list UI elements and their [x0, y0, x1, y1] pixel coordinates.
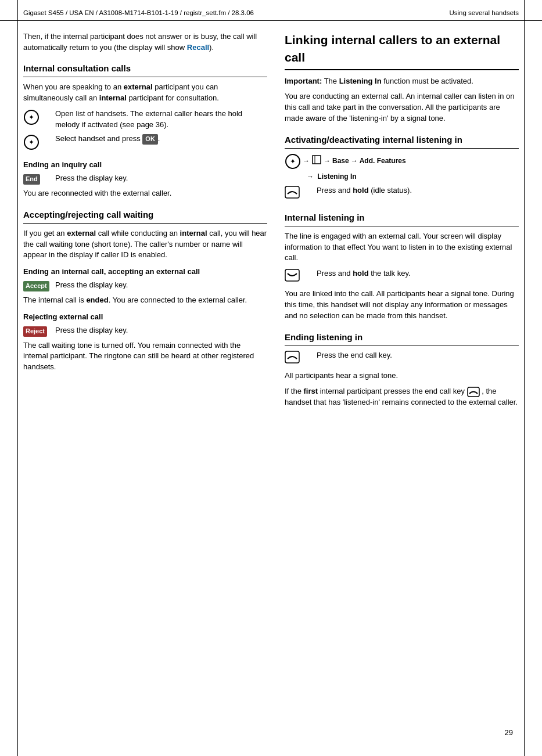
right-column: Linking internal callers to an external … — [285, 31, 519, 413]
icon-row-talk-key: Press and hold the talk key. — [285, 268, 519, 285]
end-listening-icon — [285, 351, 300, 363]
page-number: 29 — [505, 728, 513, 739]
icon-row-open-list: ✦ Open list of handsets. The external ca… — [23, 109, 267, 131]
main-heading: Linking internal callers to an external … — [285, 31, 519, 70]
page-header: Gigaset S455 / USA EN / A31008-M1714-B10… — [0, 0, 542, 21]
ending-listening-para1: All participants hear a signal tone. — [285, 370, 519, 381]
right-margin — [524, 0, 525, 756]
svg-rect-6 — [313, 156, 321, 164]
section-ending-listening: Ending listening in — [285, 331, 519, 346]
ok-badge: OK — [142, 134, 158, 145]
accept-text: Press the display key. — [55, 280, 267, 291]
reject-text: Press the display key. — [55, 325, 267, 336]
icon-row-end: End Press the display key. — [23, 173, 267, 185]
icon-row-2-text: Select handset and press OK. — [55, 134, 267, 145]
important-para: Important: The Listening In function mus… — [285, 76, 519, 87]
end-text: Press the display key. — [55, 173, 267, 184]
sub-rejecting-external: Rejecting external call — [23, 312, 267, 323]
nav-add-features: Add. Features — [360, 156, 406, 166]
section-internal-listening: Internal listening in — [285, 211, 519, 226]
nav-icon-cell-2: ✦ — [23, 134, 55, 154]
reject-badge-cell: Reject — [23, 325, 55, 337]
talk-key-text: Press and hold the talk key. — [317, 268, 519, 279]
end-badge: End — [23, 174, 40, 185]
arrow-2: → — [324, 156, 331, 166]
section-activating: Activating/deactivating internal listeni… — [285, 134, 519, 149]
nav-circle-icon-1: ✦ — [23, 109, 40, 125]
nav-listening-in: Listening In — [317, 172, 356, 181]
talk-key-icon-cell — [285, 268, 317, 285]
nav-menu-line: ✦ → → Base → Add. Features — [285, 153, 519, 170]
icon-row-press-hold: Press and hold (idle status). — [285, 185, 519, 202]
end-listening-icon-cell — [285, 350, 317, 367]
left-column: Then, if the internal participant does n… — [23, 31, 267, 413]
end-call-icon-cell — [285, 185, 317, 202]
page: Gigaset S455 / USA EN / A31008-M1714-B10… — [0, 0, 542, 756]
end-para: You are reconnected with the external ca… — [23, 188, 267, 199]
left-margin — [17, 0, 18, 756]
svg-text:✦: ✦ — [290, 157, 296, 165]
nav-listening-in-line: → Listening In — [285, 172, 519, 182]
header-left-text: Gigaset S455 / USA EN / A31008-M1714-B10… — [23, 8, 254, 18]
svg-text:✦: ✦ — [28, 138, 34, 146]
icon-row-end-listening: Press the end call key. — [285, 350, 519, 367]
end-call-icon — [285, 186, 300, 199]
right-intro-para: You are conducting an external call. An … — [285, 91, 519, 124]
internal-listening-para: The line is engaged with an external cal… — [285, 231, 519, 264]
section-internal-consultation: Internal consultation calls — [23, 62, 267, 77]
nav-icon-cell-1: ✦ — [23, 109, 55, 129]
icon-row-accept: Accept Press the display key. — [23, 280, 267, 291]
press-hold-text: Press and hold (idle status). — [317, 185, 519, 196]
accept-badge: Accept — [23, 281, 49, 291]
section-accepting-rejecting: Accepting/rejecting call waiting — [23, 208, 267, 224]
accepting-rejecting-para: If you get an external call while conduc… — [23, 228, 267, 261]
accept-para: The internal call is ended. You are conn… — [23, 295, 267, 306]
end-badge-cell: End — [23, 173, 55, 185]
nav-circle-icon-2: ✦ — [23, 134, 40, 150]
intro-paragraph: Then, if the internal participant does n… — [23, 31, 267, 53]
nav-base: Base — [332, 156, 349, 166]
internal-consultation-para: When you are speaking to an external par… — [23, 82, 267, 104]
nav-menu-book-icon — [311, 154, 322, 168]
sub-ending-internal: Ending an internal call, accepting an ex… — [23, 267, 267, 278]
internal-listening-para2: You are linked into the call. All partic… — [285, 289, 519, 322]
talk-key-icon — [285, 269, 300, 282]
icon-row-1-text: Open list of handsets. The external call… — [55, 109, 267, 131]
end-listening-text: Press the end call key. — [317, 350, 519, 361]
icon-row-select-handset: ✦ Select handset and press OK. — [23, 134, 267, 154]
icon-row-reject: Reject Press the display key. — [23, 325, 267, 337]
ending-listening-para2: If the first internal participant presse… — [285, 386, 519, 408]
book-icon — [311, 154, 322, 165]
nav-circle-icon-right: ✦ — [285, 153, 301, 170]
header-right-text: Using several handsets — [449, 8, 519, 18]
end-call-inline-icon — [467, 387, 480, 397]
content-area: Then, if the internal participant does n… — [0, 21, 542, 430]
accept-badge-cell: Accept — [23, 280, 55, 291]
arrow-4: → — [307, 172, 314, 181]
sub-ending-inquiry: Ending an inquiry call — [23, 160, 267, 171]
reject-badge: Reject — [23, 326, 47, 337]
arrow-1: → — [303, 156, 310, 166]
reject-para: The call waiting tone is turned off. You… — [23, 340, 267, 373]
arrow-3: → — [351, 156, 358, 166]
svg-text:✦: ✦ — [28, 113, 34, 121]
